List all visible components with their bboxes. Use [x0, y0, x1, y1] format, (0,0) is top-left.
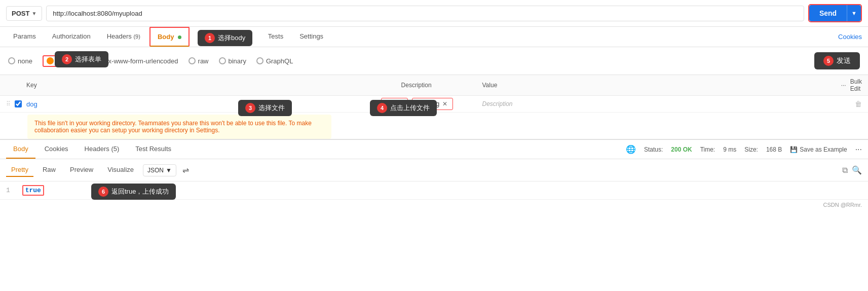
resp-tab-cookies[interactable]: Cookies: [37, 140, 76, 159]
delete-row-icon[interactable]: 🗑: [855, 100, 862, 108]
search-icon[interactable]: 🔍: [852, 165, 862, 175]
warning-box: This file isn't in your working director…: [27, 115, 331, 139]
col-key-header: Key: [26, 82, 381, 89]
ann5-num: 5: [823, 56, 834, 66]
status-label: Status:: [644, 146, 663, 153]
radio-urlencoded[interactable]: x-www-form-urlencoded: [99, 57, 178, 65]
radio-raw[interactable]: raw: [188, 57, 209, 65]
tab-headers[interactable]: Headers (9): [100, 27, 147, 46]
radio-circle-graphql: [256, 57, 263, 64]
radio-binary[interactable]: binary: [219, 57, 246, 65]
ann5-text: 发送: [837, 56, 851, 65]
resp-body-tab-raw[interactable]: Raw: [37, 163, 61, 177]
globe-icon: 🌐: [626, 144, 636, 154]
key-cell: dog: [26, 100, 381, 108]
tabs-section: Params Authorization Headers (9) Body Pr…: [0, 27, 868, 47]
radio-none[interactable]: none: [8, 57, 32, 65]
code-area-wrapper: 1 true 6 返回true，上传成功: [0, 181, 868, 199]
tab-authorization[interactable]: Authorization: [45, 27, 98, 46]
request-bar: POST ▼ Send ▼: [0, 0, 868, 27]
radio-graphql[interactable]: GraphQL: [256, 57, 293, 65]
wrap-text-icon[interactable]: ⇌: [182, 165, 189, 175]
tabs-row: Params Authorization Headers (9) Body Pr…: [0, 27, 868, 47]
resp-tab-headers[interactable]: Headers (5): [78, 140, 127, 159]
ann3-text: 选择文件: [258, 103, 285, 113]
body-type-row: none form-data x-www-form-urlencoded raw…: [0, 47, 868, 75]
ann4-num: 4: [377, 103, 387, 113]
format-select[interactable]: JSON ▼: [143, 164, 176, 176]
ann6-text: 返回true，上传成功: [111, 187, 169, 196]
response-value: true: [22, 185, 44, 196]
response-tabs-row: Body Cookies Headers (5) Test Results 🌐 …: [0, 140, 868, 159]
file-remove-icon[interactable]: ✕: [442, 100, 447, 107]
tab-settings[interactable]: Settings: [292, 27, 330, 46]
footer-credit: CSDN @RRmr.: [823, 202, 862, 208]
cookies-link[interactable]: Cookies: [838, 33, 862, 41]
annotation-3: 3 选择文件: [238, 100, 292, 116]
key-value[interactable]: dog: [26, 100, 37, 108]
ann4-text: 点击上传文件: [390, 103, 430, 113]
table-row-wrapper: ⠿ dog File ▼ dog.png ✕ Description 🗑: [0, 96, 868, 139]
annotation-6: 6 返回true，上传成功: [91, 184, 176, 200]
annotation-1: 1 选择body: [198, 30, 252, 46]
col-dots[interactable]: ···: [841, 82, 846, 89]
warning-text: This file isn't in your working director…: [34, 120, 312, 134]
radio-circle-none: [8, 57, 15, 64]
ann1-num: 1: [205, 33, 215, 43]
ann6-num: 6: [98, 187, 108, 197]
drag-handle-icon[interactable]: ⠿: [6, 100, 11, 107]
checkbox-cell: ⠿: [6, 100, 26, 107]
size-value: 168 B: [766, 146, 782, 153]
resp-body-tab-visualize[interactable]: Visualize: [102, 163, 139, 177]
resp-body-tab-preview[interactable]: Preview: [65, 163, 98, 177]
send-button-group: Send ▼: [808, 4, 862, 22]
response-more-options[interactable]: ···: [855, 145, 862, 154]
row-checkbox[interactable]: [15, 100, 22, 107]
url-input[interactable]: [46, 6, 804, 21]
ann2-num: 2: [62, 54, 72, 64]
table-section: Key Value Description ··· Bulk Edit ⠿ do…: [0, 75, 868, 139]
tab-tests[interactable]: Tests: [261, 27, 290, 46]
ann3-num: 3: [245, 103, 255, 113]
response-body-bar: Pretty Raw Preview Visualize JSON ▼ ⇌ ⧉ …: [0, 159, 868, 181]
radio-circle-binary: [219, 57, 226, 64]
table-header: Key Value Description ··· Bulk Edit: [0, 75, 868, 96]
body-dot: [178, 35, 181, 39]
size-label: Size:: [744, 146, 758, 153]
time-label: Time:: [700, 146, 715, 153]
method-label: POST: [12, 10, 29, 17]
annotation-4: 4 点击上传文件: [370, 100, 437, 116]
col-bulk-edit[interactable]: Bulk Edit: [850, 78, 862, 92]
save-icon: 💾: [790, 146, 798, 153]
tab-params[interactable]: Params: [6, 27, 43, 46]
body-type-section: none form-data x-www-form-urlencoded raw…: [0, 47, 868, 75]
line-number: 1: [6, 187, 10, 194]
ann2-text: 选择表单: [75, 55, 101, 64]
annotation-2: 2 选择表单: [55, 51, 108, 67]
method-select[interactable]: POST ▼: [6, 6, 42, 21]
response-section: Body Cookies Headers (5) Test Results 🌐 …: [0, 139, 868, 199]
method-arrow: ▼: [31, 11, 36, 16]
annotation-5-send: 5 发送: [814, 52, 860, 69]
tab-body[interactable]: Body: [149, 27, 190, 47]
response-status-bar: 🌐 Status: 200 OK Time: 9 ms Size: 168 B …: [626, 144, 862, 154]
radio-circle-formdata: [47, 57, 54, 64]
ann1-text: 选择body: [218, 33, 245, 43]
description-cell[interactable]: Description: [482, 100, 837, 107]
send-button[interactable]: Send: [809, 5, 847, 21]
save-example-button[interactable]: 💾 Save as Example: [790, 146, 847, 153]
footer: CSDN @RRmr.: [0, 199, 868, 210]
status-value: 200 OK: [671, 146, 692, 153]
resp-body-tab-pretty[interactable]: Pretty: [6, 163, 33, 177]
resp-tab-body[interactable]: Body: [6, 140, 35, 159]
time-value: 9 ms: [723, 146, 736, 153]
send-dropdown-button[interactable]: ▼: [847, 5, 861, 21]
col-desc-header: Description: [401, 82, 432, 89]
radio-circle-raw: [188, 57, 196, 64]
resp-tab-test-results[interactable]: Test Results: [128, 140, 178, 159]
copy-icon[interactable]: ⧉: [842, 166, 848, 175]
